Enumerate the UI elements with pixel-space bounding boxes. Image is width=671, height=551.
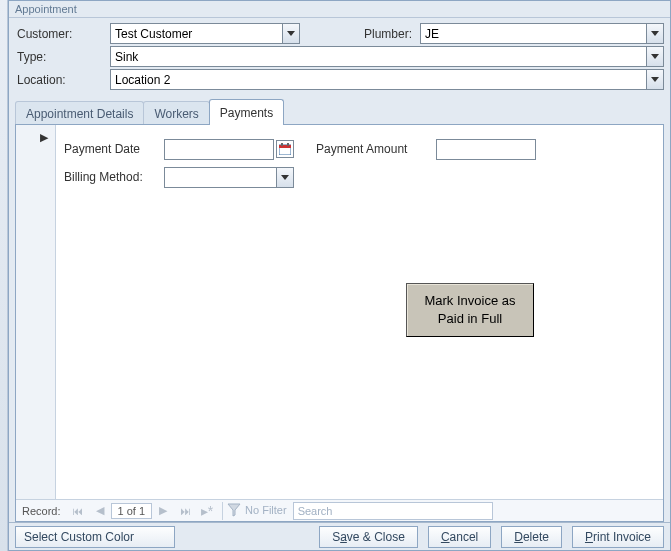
cancel-button[interactable]: Cancel bbox=[428, 526, 491, 548]
record-nav: Record: ⏮ ◀ 1 of 1 ▶ ⏭ ▸* No Filter bbox=[16, 499, 663, 521]
customer-combo[interactable]: Test Customer bbox=[110, 23, 300, 44]
svg-rect-2 bbox=[281, 143, 283, 146]
billing-method-combo[interactable] bbox=[164, 167, 294, 188]
label-customer: Customer: bbox=[15, 27, 110, 41]
tab-body: ▶ Payment Date Payment Amount Billing Me… bbox=[15, 124, 664, 522]
location-value: Location 2 bbox=[111, 73, 646, 87]
record-search-input[interactable] bbox=[293, 502, 493, 520]
calendar-icon[interactable] bbox=[276, 140, 294, 158]
nav-first-icon[interactable]: ⏮ bbox=[67, 501, 89, 521]
record-counter[interactable]: 1 of 1 bbox=[111, 503, 153, 519]
print-ul: P bbox=[585, 530, 593, 544]
chevron-down-icon[interactable] bbox=[646, 47, 663, 66]
payment-date-input[interactable] bbox=[164, 139, 274, 160]
delete-ul: D bbox=[514, 530, 523, 544]
type-combo[interactable]: Sink bbox=[110, 46, 664, 67]
save-ul: a bbox=[340, 530, 347, 544]
row-type: Type: Sink bbox=[15, 45, 664, 68]
location-combo[interactable]: Location 2 bbox=[110, 69, 664, 90]
funnel-icon bbox=[227, 503, 243, 519]
record-selector[interactable]: ▶ bbox=[16, 125, 56, 499]
cancel-suf: ancel bbox=[450, 530, 479, 544]
chevron-down-icon[interactable] bbox=[646, 24, 663, 43]
save-pre: S bbox=[332, 530, 340, 544]
tab-payments[interactable]: Payments bbox=[209, 99, 284, 125]
nav-prev-icon[interactable]: ◀ bbox=[89, 501, 111, 521]
chevron-down-icon[interactable] bbox=[646, 70, 663, 89]
tab-workers[interactable]: Workers bbox=[143, 101, 209, 125]
nav-next-icon[interactable]: ▶ bbox=[152, 501, 174, 521]
tab-appointment-details[interactable]: Appointment Details bbox=[15, 101, 144, 125]
cancel-ul: C bbox=[441, 530, 450, 544]
tabstrip: Appointment Details Workers Payments bbox=[15, 99, 664, 125]
bottom-button-bar: Select Custom Color Save & Close Cancel … bbox=[9, 522, 670, 550]
label-type: Type: bbox=[15, 50, 110, 64]
mark-invoice-paid-button[interactable]: Mark Invoice as Paid in Full bbox=[406, 283, 534, 337]
filter-text: No Filter bbox=[245, 503, 287, 515]
chevron-down-icon[interactable] bbox=[282, 24, 299, 43]
payment-amount-input[interactable] bbox=[436, 139, 536, 160]
appointment-window: Appointment Customer: Test Customer Plum… bbox=[8, 0, 671, 551]
label-location: Location: bbox=[15, 73, 110, 87]
svg-rect-1 bbox=[279, 145, 291, 148]
outer-scrollbar[interactable] bbox=[0, 0, 8, 551]
filter-indicator[interactable]: No Filter bbox=[227, 503, 287, 519]
chevron-down-icon[interactable] bbox=[276, 168, 293, 187]
payments-panel: ▶ Payment Date Payment Amount Billing Me… bbox=[16, 125, 663, 499]
print-invoice-button[interactable]: Print Invoice bbox=[572, 526, 664, 548]
label-plumber: Plumber: bbox=[340, 27, 420, 41]
print-suf: rint Invoice bbox=[593, 530, 651, 544]
row-location: Location: Location 2 bbox=[15, 68, 664, 91]
delete-suf: elete bbox=[523, 530, 549, 544]
label-billing-method: Billing Method: bbox=[64, 170, 164, 184]
window-title: Appointment bbox=[9, 1, 670, 18]
delete-button[interactable]: Delete bbox=[501, 526, 562, 548]
row-payment-fields: Payment Date Payment Amount bbox=[64, 135, 649, 163]
nav-separator bbox=[222, 502, 223, 520]
record-nav-label: Record: bbox=[16, 505, 67, 517]
plumber-value: JE bbox=[421, 27, 646, 41]
svg-rect-3 bbox=[287, 143, 289, 146]
customer-value: Test Customer bbox=[111, 27, 282, 41]
save-close-button[interactable]: Save & Close bbox=[319, 526, 418, 548]
record-caret-icon: ▶ bbox=[40, 131, 48, 144]
label-payment-date: Payment Date bbox=[64, 142, 164, 156]
plumber-combo[interactable]: JE bbox=[420, 23, 664, 44]
row-customer-plumber: Customer: Test Customer Plumber: JE bbox=[15, 22, 664, 45]
label-payment-amount: Payment Amount bbox=[316, 142, 436, 156]
save-suf: ve & Close bbox=[347, 530, 405, 544]
form-area: Customer: Test Customer Plumber: JE Type… bbox=[9, 18, 670, 97]
nav-last-icon[interactable]: ⏭ bbox=[174, 501, 196, 521]
nav-new-icon[interactable]: ▸* bbox=[196, 501, 218, 521]
row-billing-method: Billing Method: bbox=[64, 163, 649, 191]
type-value: Sink bbox=[111, 50, 646, 64]
select-custom-color-button[interactable]: Select Custom Color bbox=[15, 526, 175, 548]
